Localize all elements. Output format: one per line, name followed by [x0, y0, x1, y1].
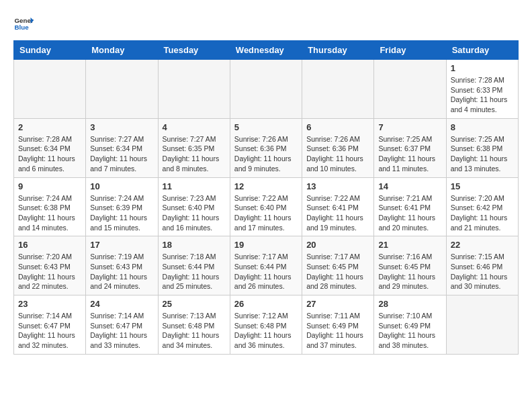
day-number: 13 — [306, 181, 369, 191]
day-number: 20 — [306, 240, 369, 250]
calendar-cell: 22Sunrise: 7:15 AM Sunset: 6:46 PM Dayli… — [446, 236, 518, 295]
day-info: Sunrise: 7:26 AM Sunset: 6:36 PM Dayligh… — [306, 134, 369, 174]
calendar-week-3: 9Sunrise: 7:24 AM Sunset: 6:38 PM Daylig… — [14, 177, 519, 236]
day-header-saturday: Saturday — [446, 41, 518, 60]
calendar-cell — [374, 60, 446, 119]
calendar-cell: 3Sunrise: 7:27 AM Sunset: 6:34 PM Daylig… — [86, 118, 158, 177]
day-number: 15 — [451, 181, 514, 191]
calendar-cell: 20Sunrise: 7:17 AM Sunset: 6:45 PM Dayli… — [302, 236, 374, 295]
day-info: Sunrise: 7:22 AM Sunset: 6:41 PM Dayligh… — [306, 193, 369, 233]
day-info: Sunrise: 7:19 AM Sunset: 6:43 PM Dayligh… — [90, 252, 153, 291]
calendar-cell: 15Sunrise: 7:20 AM Sunset: 6:42 PM Dayli… — [446, 177, 518, 236]
day-info: Sunrise: 7:17 AM Sunset: 6:45 PM Dayligh… — [306, 252, 369, 291]
day-info: Sunrise: 7:16 AM Sunset: 6:45 PM Dayligh… — [378, 252, 441, 291]
calendar-cell: 24Sunrise: 7:14 AM Sunset: 6:47 PM Dayli… — [86, 295, 158, 355]
day-info: Sunrise: 7:28 AM Sunset: 6:33 PM Dayligh… — [451, 75, 514, 115]
page-header: General Blue — [13, 13, 519, 34]
day-header-monday: Monday — [86, 41, 158, 60]
day-header-friday: Friday — [374, 41, 446, 60]
day-info: Sunrise: 7:28 AM Sunset: 6:34 PM Dayligh… — [18, 134, 81, 174]
day-info: Sunrise: 7:24 AM Sunset: 6:38 PM Dayligh… — [18, 193, 81, 233]
calendar-body: 1Sunrise: 7:28 AM Sunset: 6:33 PM Daylig… — [14, 60, 519, 355]
day-info: Sunrise: 7:27 AM Sunset: 6:35 PM Dayligh… — [163, 134, 226, 174]
day-header-tuesday: Tuesday — [158, 41, 230, 60]
day-info: Sunrise: 7:11 AM Sunset: 6:49 PM Dayligh… — [306, 311, 369, 351]
calendar-cell: 6Sunrise: 7:26 AM Sunset: 6:36 PM Daylig… — [302, 118, 374, 177]
calendar-cell: 8Sunrise: 7:25 AM Sunset: 6:38 PM Daylig… — [446, 118, 518, 177]
day-number: 6 — [306, 122, 369, 132]
calendar-cell: 10Sunrise: 7:24 AM Sunset: 6:39 PM Dayli… — [86, 177, 158, 236]
calendar-cell: 19Sunrise: 7:17 AM Sunset: 6:44 PM Dayli… — [230, 236, 302, 295]
calendar-cell: 9Sunrise: 7:24 AM Sunset: 6:38 PM Daylig… — [14, 177, 86, 236]
day-number: 8 — [451, 122, 514, 132]
calendar-header-row: SundayMondayTuesdayWednesdayThursdayFrid… — [14, 41, 519, 60]
day-number: 26 — [234, 299, 298, 309]
day-info: Sunrise: 7:27 AM Sunset: 6:34 PM Dayligh… — [90, 134, 153, 174]
day-info: Sunrise: 7:13 AM Sunset: 6:48 PM Dayligh… — [163, 311, 226, 351]
day-number: 25 — [163, 299, 226, 309]
calendar-cell: 26Sunrise: 7:12 AM Sunset: 6:48 PM Dayli… — [230, 295, 302, 355]
calendar-cell: 23Sunrise: 7:14 AM Sunset: 6:47 PM Dayli… — [14, 295, 86, 355]
calendar-cell — [158, 60, 230, 119]
calendar-cell: 2Sunrise: 7:28 AM Sunset: 6:34 PM Daylig… — [14, 118, 86, 177]
day-number: 28 — [378, 299, 441, 309]
calendar-cell — [14, 60, 86, 119]
day-number: 7 — [378, 122, 441, 132]
day-info: Sunrise: 7:21 AM Sunset: 6:41 PM Dayligh… — [378, 193, 441, 233]
calendar-week-5: 23Sunrise: 7:14 AM Sunset: 6:47 PM Dayli… — [14, 295, 519, 355]
calendar-cell: 1Sunrise: 7:28 AM Sunset: 6:33 PM Daylig… — [446, 60, 518, 119]
day-info: Sunrise: 7:25 AM Sunset: 6:38 PM Dayligh… — [451, 134, 514, 174]
calendar-cell: 13Sunrise: 7:22 AM Sunset: 6:41 PM Dayli… — [302, 177, 374, 236]
calendar-week-2: 2Sunrise: 7:28 AM Sunset: 6:34 PM Daylig… — [14, 118, 519, 177]
day-header-wednesday: Wednesday — [230, 41, 302, 60]
calendar-cell: 12Sunrise: 7:22 AM Sunset: 6:40 PM Dayli… — [230, 177, 302, 236]
day-number: 21 — [378, 240, 441, 250]
day-info: Sunrise: 7:14 AM Sunset: 6:47 PM Dayligh… — [90, 311, 153, 351]
logo: General Blue — [13, 13, 34, 34]
day-info: Sunrise: 7:14 AM Sunset: 6:47 PM Dayligh… — [18, 311, 81, 351]
calendar-cell: 27Sunrise: 7:11 AM Sunset: 6:49 PM Dayli… — [302, 295, 374, 355]
calendar-cell — [230, 60, 302, 119]
day-number: 3 — [90, 122, 153, 132]
day-number: 4 — [163, 122, 226, 132]
day-info: Sunrise: 7:24 AM Sunset: 6:39 PM Dayligh… — [90, 193, 153, 233]
day-number: 10 — [90, 181, 153, 191]
day-info: Sunrise: 7:26 AM Sunset: 6:36 PM Dayligh… — [234, 134, 298, 174]
day-info: Sunrise: 7:12 AM Sunset: 6:48 PM Dayligh… — [234, 311, 298, 351]
day-number: 18 — [163, 240, 226, 250]
calendar-cell — [446, 295, 518, 355]
day-number: 24 — [90, 299, 153, 309]
calendar-cell: 25Sunrise: 7:13 AM Sunset: 6:48 PM Dayli… — [158, 295, 230, 355]
calendar-cell: 11Sunrise: 7:23 AM Sunset: 6:40 PM Dayli… — [158, 177, 230, 236]
svg-text:Blue: Blue — [15, 24, 30, 31]
calendar-cell: 16Sunrise: 7:20 AM Sunset: 6:43 PM Dayli… — [14, 236, 86, 295]
day-number: 23 — [18, 299, 81, 309]
calendar-cell: 18Sunrise: 7:18 AM Sunset: 6:44 PM Dayli… — [158, 236, 230, 295]
calendar-week-1: 1Sunrise: 7:28 AM Sunset: 6:33 PM Daylig… — [14, 60, 519, 119]
day-info: Sunrise: 7:25 AM Sunset: 6:37 PM Dayligh… — [378, 134, 441, 174]
logo-icon: General Blue — [13, 13, 34, 34]
day-number: 19 — [234, 240, 298, 250]
day-info: Sunrise: 7:20 AM Sunset: 6:42 PM Dayligh… — [451, 193, 514, 233]
day-number: 5 — [234, 122, 298, 132]
calendar-cell: 28Sunrise: 7:10 AM Sunset: 6:49 PM Dayli… — [374, 295, 446, 355]
day-number: 14 — [378, 181, 441, 191]
day-number: 22 — [451, 240, 514, 250]
calendar-cell: 5Sunrise: 7:26 AM Sunset: 6:36 PM Daylig… — [230, 118, 302, 177]
calendar-table: SundayMondayTuesdayWednesdayThursdayFrid… — [13, 40, 519, 355]
day-number: 9 — [18, 181, 81, 191]
day-number: 2 — [18, 122, 81, 132]
day-info: Sunrise: 7:22 AM Sunset: 6:40 PM Dayligh… — [234, 193, 298, 233]
day-number: 16 — [18, 240, 81, 250]
day-info: Sunrise: 7:10 AM Sunset: 6:49 PM Dayligh… — [378, 311, 441, 351]
calendar-cell — [302, 60, 374, 119]
day-info: Sunrise: 7:23 AM Sunset: 6:40 PM Dayligh… — [163, 193, 226, 233]
day-info: Sunrise: 7:17 AM Sunset: 6:44 PM Dayligh… — [234, 252, 298, 291]
day-number: 11 — [163, 181, 226, 191]
day-number: 12 — [234, 181, 298, 191]
calendar-cell — [86, 60, 158, 119]
calendar-cell: 14Sunrise: 7:21 AM Sunset: 6:41 PM Dayli… — [374, 177, 446, 236]
day-info: Sunrise: 7:18 AM Sunset: 6:44 PM Dayligh… — [163, 252, 226, 291]
calendar-week-4: 16Sunrise: 7:20 AM Sunset: 6:43 PM Dayli… — [14, 236, 519, 295]
day-number: 1 — [451, 63, 514, 73]
